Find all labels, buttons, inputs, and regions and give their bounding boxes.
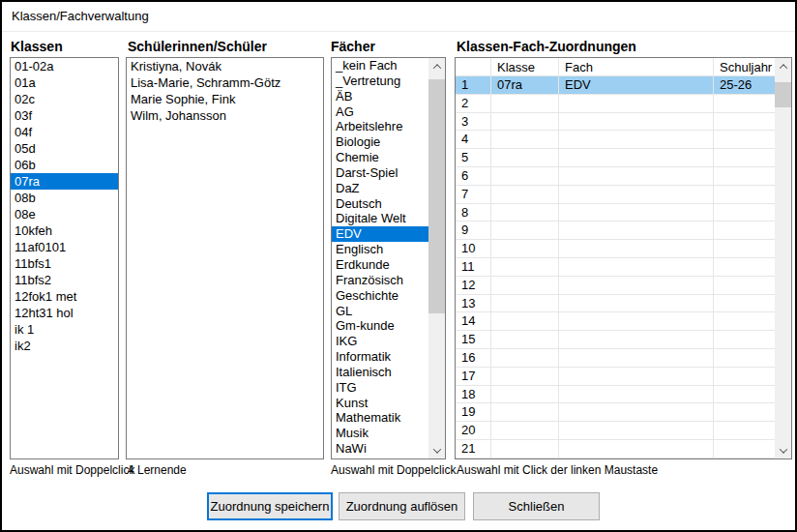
table-cell[interactable] [714, 368, 775, 385]
list-item[interactable]: Kristiyna, Novák [127, 58, 323, 74]
list-item[interactable]: 01-02a [11, 58, 118, 74]
table-cell[interactable] [491, 403, 559, 421]
list-item[interactable]: Marie Sophie, Fink [127, 91, 323, 107]
list-item[interactable]: Italienisch [332, 365, 428, 380]
table-cell[interactable]: 6 [456, 167, 491, 185]
table-cell[interactable] [559, 349, 714, 367]
table-cell[interactable] [714, 167, 775, 185]
table-row[interactable]: 17 [456, 368, 775, 386]
table-row[interactable]: 8 [456, 204, 775, 222]
faecher-listbox[interactable]: _kein Fach_VertretungÄBAGArbeitslehreBio… [331, 57, 446, 459]
table-cell[interactable] [714, 204, 775, 222]
table-cell[interactable] [491, 368, 559, 385]
list-item[interactable]: ITG [332, 380, 428, 396]
list-item[interactable]: 11bfs2 [11, 272, 118, 288]
table-cell[interactable] [714, 349, 775, 367]
list-item[interactable]: Chemie [332, 150, 428, 165]
list-item[interactable]: 05d [11, 140, 118, 157]
table-cell[interactable] [714, 403, 775, 421]
table-cell[interactable]: 19 [456, 403, 491, 421]
list-item[interactable]: 10kfeh [11, 222, 118, 239]
schueler-listbox[interactable]: Kristiyna, NovákLisa-Marie, Schramm-Götz… [126, 57, 324, 459]
table-cell[interactable]: 2 [456, 95, 491, 112]
table-cell[interactable] [559, 312, 714, 330]
table-cell[interactable]: EDV [559, 76, 714, 94]
table-cell[interactable] [491, 386, 559, 403]
list-item-selected[interactable]: 07ra [11, 173, 118, 190]
table-cell[interactable] [559, 403, 714, 421]
list-item[interactable]: 02c [11, 91, 118, 107]
list-item[interactable]: 12fok1 met [11, 288, 118, 305]
table-cell[interactable] [559, 149, 714, 166]
table-cell[interactable] [714, 149, 775, 166]
list-item[interactable]: 11af0101 [11, 239, 118, 255]
table-cell[interactable]: 7 [456, 186, 491, 203]
table-cell[interactable]: 21 [456, 440, 491, 458]
list-item[interactable]: Darst-Spiel [332, 165, 428, 181]
table-row[interactable]: 21 [456, 440, 775, 458]
table-cell[interactable]: 8 [456, 204, 491, 222]
table-cell[interactable]: 9 [456, 222, 491, 239]
table-cell[interactable]: 15 [456, 331, 491, 348]
scrollbar-thumb[interactable] [775, 82, 791, 107]
list-item[interactable]: 08b [11, 190, 118, 206]
table-cell[interactable]: 14 [456, 312, 491, 330]
table-row[interactable]: 11 [456, 258, 775, 277]
table-cell[interactable]: 07ra [491, 76, 559, 94]
table-cell[interactable] [559, 295, 714, 312]
table-cell[interactable] [491, 349, 559, 367]
list-item[interactable]: Englisch [332, 242, 428, 257]
table-cell[interactable]: 16 [456, 349, 491, 367]
table-cell[interactable] [559, 95, 714, 112]
table-cell[interactable] [491, 131, 559, 148]
list-item[interactable]: _kein Fach [332, 58, 428, 74]
list-item[interactable]: Mathematik [332, 410, 428, 426]
table-cell[interactable] [491, 95, 559, 112]
table-cell[interactable]: 5 [456, 149, 491, 166]
table-cell[interactable] [714, 312, 775, 330]
table-cell[interactable]: 13 [456, 295, 491, 312]
list-item[interactable]: 03f [11, 107, 118, 124]
table-cell[interactable] [491, 277, 559, 294]
table-cell[interactable] [491, 331, 559, 348]
list-item[interactable]: Geschichte [332, 288, 428, 304]
table-cell[interactable] [714, 331, 775, 348]
list-item[interactable]: 08e [11, 206, 118, 222]
table-cell[interactable] [559, 131, 714, 148]
table-cell[interactable] [559, 386, 714, 403]
table-cell[interactable] [559, 113, 714, 131]
table-cell[interactable] [491, 113, 559, 131]
table-row[interactable]: 2 [456, 95, 775, 113]
table-row[interactable]: 10 [456, 240, 775, 258]
table-cell[interactable] [559, 440, 714, 458]
scroll-down-icon[interactable] [428, 442, 445, 458]
table-cell[interactable] [559, 422, 714, 439]
list-item[interactable]: 04f [11, 124, 118, 140]
table-cell[interactable] [559, 331, 714, 348]
table-row[interactable]: 3 [456, 113, 775, 132]
table-row[interactable]: 16 [456, 349, 775, 368]
table-cell[interactable] [491, 204, 559, 222]
scroll-up-icon[interactable] [428, 58, 445, 74]
list-item[interactable]: _Vertretung [332, 74, 428, 89]
klassen-listbox[interactable]: 01-02a01a02c03f04f05d06b07ra08b08e10kfeh… [10, 57, 119, 459]
table-cell[interactable] [714, 440, 775, 458]
table-cell[interactable]: 25-26 [714, 76, 775, 94]
table-cell[interactable] [714, 113, 775, 131]
table-cell[interactable]: 10 [456, 240, 491, 257]
list-item[interactable]: DaZ [332, 181, 428, 196]
table-cell[interactable] [559, 204, 714, 222]
list-item[interactable]: 06b [11, 157, 118, 173]
table-cell[interactable]: 20 [456, 422, 491, 439]
table-row[interactable]: 20 [456, 422, 775, 440]
list-item[interactable]: Wilm, Johansson [127, 107, 323, 124]
scroll-down-icon[interactable] [775, 442, 791, 458]
table-cell[interactable] [491, 149, 559, 166]
table-cell[interactable] [491, 422, 559, 439]
table-cell[interactable] [491, 440, 559, 458]
table-cell[interactable] [559, 258, 714, 276]
list-item[interactable]: ik 1 [11, 321, 118, 338]
faecher-scrollbar[interactable] [428, 58, 445, 458]
table-cell[interactable] [714, 277, 775, 294]
table-cell[interactable] [714, 258, 775, 276]
